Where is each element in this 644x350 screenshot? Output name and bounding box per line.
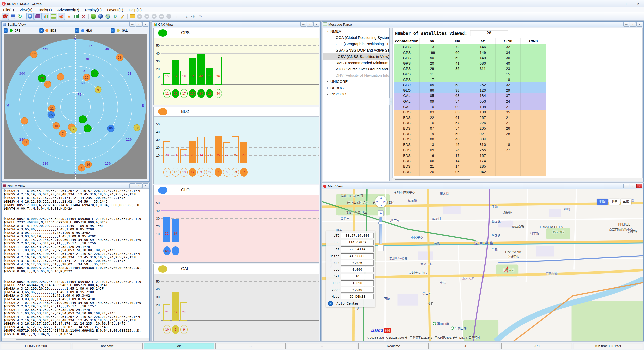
tree-item[interactable]: VTG (Course Over Ground and Gr... [323,66,389,72]
config-tools-button[interactable] [80,13,87,20]
tree-expand-icon[interactable] [334,36,335,39]
message-parse-minimize-button[interactable]: — [623,22,629,27]
table-row[interactable]: BDS 16 17 167 [394,153,546,159]
zoom-slider-track[interactable] [379,217,382,244]
table-row[interactable]: BDS 08 48 334 [394,137,546,142]
cn0-restore-button[interactable]: ▫ [307,22,313,27]
tree-item[interactable]: GGA (Global Positioning System F... [323,34,389,41]
satellite-minimize-button[interactable]: — [129,22,135,27]
menu-item[interactable]: File(F) [0,7,17,12]
overlay-field-value[interactable]: 1.090 [341,280,374,286]
table-row[interactable]: GLO 86 38 120 29 [394,88,546,93]
tree-expand-icon[interactable] [334,61,335,64]
satellite-close-button[interactable]: × [142,22,148,27]
nmea-view-button[interactable] [34,13,42,20]
overlay-field-value[interactable]: 22.54114 [341,246,374,252]
tree-item[interactable]: GLL (Geographic Positioning - Lat... [323,41,389,47]
table-row[interactable]: GPS 13 72 146 32 [394,44,546,50]
sep1[interactable] [24,13,26,20]
track-view-button[interactable] [65,13,72,20]
cn0-view-button[interactable] [42,13,49,20]
tree-expand-icon[interactable]: ▸ [326,93,330,95]
firmware-download-button[interactable] [90,13,97,20]
table-row[interactable]: GAL 09 54 053 24 [394,99,546,104]
replay-play-button[interactable] [136,13,143,20]
reset-receiver-button[interactable] [17,13,23,20]
table-row[interactable]: GPS 199 60 149 34 [394,50,546,56]
scrollbar-thumb[interactable] [395,179,470,180]
table-row[interactable]: GPS 50 59 149 36 [394,55,546,61]
cn0-minimize-button[interactable]: — [300,22,306,27]
data-table-button[interactable] [73,13,79,20]
tree-item[interactable]: GSA (GNSS DOP and Active Satelli... [323,47,389,53]
map-type-button[interactable]: 地图 [597,199,608,205]
nmea-restore-button[interactable]: ▫ [136,183,142,188]
table-row[interactable]: BDS 12 06 322 [394,175,546,176]
pan-right-icon[interactable]: ▶ [383,200,385,203]
table-row[interactable]: GPS 29 35 311 23 [394,66,546,72]
table-row[interactable]: GAL 05 63 184 37 [394,93,546,99]
table-row[interactable]: BDS 22 61 267 21 [394,115,546,121]
map-close-button[interactable]: × [636,184,642,188]
constellation-checkbox[interactable]: ✓ [4,28,8,33]
sep4[interactable] [180,13,182,20]
overlay-field-value[interactable]: 41.96600 [341,253,374,259]
pan-left-icon[interactable]: ◀ [376,200,378,203]
hold-mode-button[interactable] [190,13,196,20]
map-type-button[interactable]: 卫星 [609,199,620,205]
table-row[interactable]: GPS 20 41 030 40 [394,61,546,66]
satellite-count-field[interactable]: 28 [470,30,508,36]
table-row[interactable]: BDS 03 65 190 35 [394,110,546,115]
table-row[interactable]: GAL 10 09 108 21 [394,104,546,110]
constellation-checkbox[interactable]: ✓ [39,28,44,33]
table-row[interactable]: BDS 10 57 226 21 [394,120,546,126]
map-type-button[interactable]: 三维 [621,199,631,205]
sep3[interactable] [127,13,128,20]
overlay-field-value[interactable]: 0.026 [341,260,374,266]
tree-expand-icon[interactable]: ▸ [326,86,330,89]
replay-pause-button[interactable] [151,13,157,20]
replay-forward-button[interactable] [158,13,165,20]
menu-item[interactable]: Tools(T) [35,7,55,12]
open-file-button[interactable] [129,13,136,20]
tree-expand-icon[interactable] [334,68,335,70]
save-log-button[interactable] [9,13,16,20]
window-maximize-button[interactable]: □ [622,0,633,7]
window-close-button[interactable]: × [633,0,644,7]
map-view-button[interactable] [58,13,65,20]
tree-expand-icon[interactable] [334,42,335,45]
window-minimize-button[interactable]: — [611,0,622,7]
tree-collapse-button[interactable]: ◀ [389,98,392,105]
overlay-field-value[interactable]: 0.000 [341,267,374,272]
overlay-field-value[interactable]: 3D-DGNSS [341,294,374,299]
replay-speed-button[interactable] [165,13,172,20]
tree-item[interactable]: RMC (Recommended Minimum S... [323,60,389,66]
tree-item[interactable]: ▸ INS/ODO [323,91,389,97]
zoom-in-button[interactable]: + [378,210,384,216]
table-row[interactable]: BDS 06 14 174 [394,158,546,164]
replay-step-button[interactable] [173,13,179,20]
tree-expand-icon[interactable]: ▾ [326,30,330,33]
tree-item[interactable]: GSV (GNSS Satellites in View) [323,53,389,60]
cursor-mode-button[interactable] [182,13,189,20]
tree-expand-icon[interactable]: ▸ [326,80,330,83]
tree-expand-icon[interactable] [334,74,335,77]
disconnect-button[interactable] [2,13,9,20]
zoom-out-button[interactable]: − [378,245,384,251]
nmea-scrollbar-thumb[interactable] [16,339,98,340]
nmea-minimize-button[interactable]: — [129,183,135,188]
menu-item[interactable]: Layout(L) [104,7,126,12]
menu-item[interactable]: Advanced(R) [55,7,82,12]
overlay-field-value[interactable]: 10 [341,274,374,279]
pan-up-icon[interactable]: ▲ [380,196,383,199]
table-row[interactable]: BDS 07 54 205 26 [394,126,546,131]
pan-down-icon[interactable]: ▼ [380,204,383,207]
tree-item[interactable]: ▸ UNICORE [323,78,389,85]
table-row[interactable]: BDS 21 14 235 [394,164,546,169]
tree-item[interactable]: DHV (Velocity of Navigation Infor... [323,72,389,78]
auto-center-checkbox[interactable]: ✓ [328,301,333,306]
decode-button[interactable] [112,13,118,20]
tree-item[interactable]: ▾ NMEA [323,28,389,34]
message-parse-restore-button[interactable]: ▫ [630,22,636,27]
message-parse-close-button[interactable]: × [636,22,642,27]
